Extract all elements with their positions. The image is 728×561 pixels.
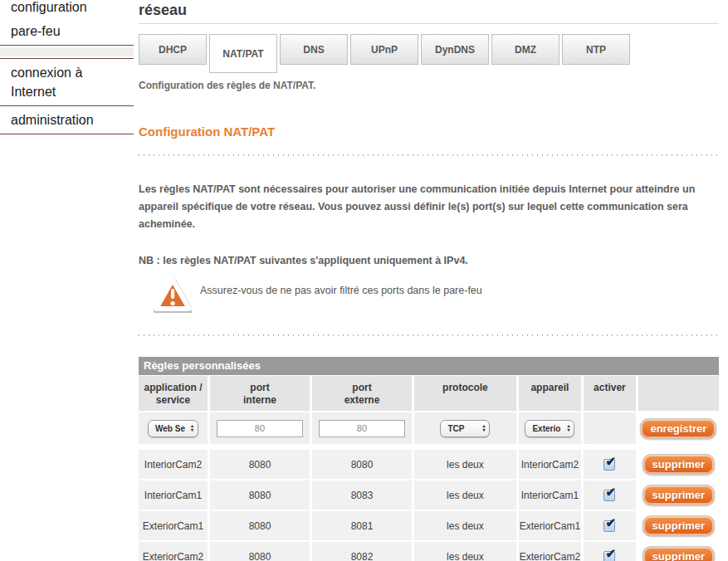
dotted-divider (139, 334, 719, 336)
delete-button[interactable]: supprimer (642, 546, 716, 561)
activer-form-cell (584, 412, 638, 444)
sidebar-item-connexion-internet[interactable]: connexion à Internet (0, 61, 134, 104)
delete-button[interactable]: supprimer (642, 485, 716, 505)
rule-appareil: ExteriorCam2 (519, 542, 584, 561)
column-header-appareil: appareil (519, 376, 584, 411)
dotted-divider (139, 154, 719, 156)
rule-protocole: les deux (414, 511, 519, 540)
tab-dyndns[interactable]: DynDNS (421, 34, 489, 65)
table-title: Règles personnalisées (139, 357, 719, 375)
rule-port-interne: 8080 (210, 481, 312, 510)
activer-checkbox[interactable]: ✔ (603, 490, 615, 501)
tab-bar: DHCP NAT/PAT DNS UPnP DynDNS DMZ NTP (139, 34, 719, 73)
column-header-protocole: protocole (414, 376, 519, 411)
rule-appareil: ExteriorCam1 (519, 511, 584, 540)
rule-application: InteriorCam1 (139, 481, 210, 510)
application-service-select-value: Web Se (155, 424, 185, 433)
rule-port-externe: 8081 (312, 511, 414, 540)
tab-ntp[interactable]: NTP (562, 34, 630, 65)
select-stepper-icon: ▴▾ (191, 424, 193, 432)
column-header-activer: activer (584, 376, 638, 411)
sidebar-item-pare-feu[interactable]: pare-feu (0, 19, 134, 43)
activer-checkbox[interactable]: ✔ (603, 520, 615, 532)
delete-button[interactable]: supprimer (642, 454, 716, 475)
page-header: réseau (139, 0, 719, 24)
tab-upnp[interactable]: UPnP (350, 34, 418, 65)
rule-application: ExteriorCam1 (139, 511, 210, 540)
main-content: réseau DHCP NAT/PAT DNS UPnP DynDNS DMZ … (139, 0, 719, 561)
protocole-select[interactable]: TCP ▴▾ (440, 420, 490, 437)
warning-row: Assurez-vous de ne pas avoir filtré ces … (154, 276, 719, 313)
sidebar-divider (0, 58, 134, 59)
column-header-port-interne: port interne (210, 376, 312, 411)
rule-port-interne: 8080 (210, 511, 312, 540)
sidebar-divider (0, 45, 134, 46)
rule-port-interne: 8080 (210, 450, 312, 479)
tab-nat-pat[interactable]: NAT/PAT (209, 34, 277, 73)
ipv4-note: NB : les règles NAT/PAT suivantes s'appl… (139, 255, 719, 266)
select-stepper-icon: ▴▾ (567, 424, 569, 432)
table-row: InteriorCam2 8080 8080 les deux Interior… (139, 450, 719, 479)
tab-dhcp[interactable]: DHCP (139, 34, 207, 65)
protocole-select-value: TCP (447, 424, 464, 433)
rule-application: ExteriorCam2 (139, 542, 210, 561)
checkbox-check-icon: ✔ (605, 515, 616, 530)
activer-checkbox[interactable]: ✔ (603, 459, 615, 471)
rule-protocole: les deux (414, 450, 519, 479)
warning-icon (154, 276, 192, 313)
rule-appareil: InteriorCam2 (519, 450, 584, 479)
column-header-actions (638, 376, 719, 411)
column-header-application-service: application / service (139, 376, 210, 411)
checkbox-check-icon: ✔ (605, 454, 616, 469)
new-rule-form-row: Web Se ▴▾ TCP ▴▾ (139, 412, 719, 444)
rule-application: InteriorCam2 (139, 450, 210, 479)
table-row: InteriorCam1 8080 8083 les deux Interior… (139, 481, 719, 510)
tab-dns[interactable]: DNS (280, 34, 348, 65)
appareil-select-value: Exterio (532, 424, 560, 433)
section-heading: Configuration NAT/PAT (139, 124, 719, 139)
port-externe-input[interactable] (319, 420, 405, 437)
sidebar-item-configuration[interactable]: configuration (0, 0, 134, 19)
table-header-row: application / service port interne port … (139, 376, 719, 411)
checkbox-check-icon: ✔ (605, 485, 616, 500)
sidebar-item-administration[interactable]: administration (0, 108, 134, 132)
tab-dmz[interactable]: DMZ (491, 34, 559, 65)
appareil-select[interactable]: Exterio ▴▾ (525, 420, 574, 437)
rule-port-interne: 8080 (210, 542, 312, 561)
table-row: ExteriorCam1 8080 8081 les deux Exterior… (139, 511, 719, 540)
application-service-select[interactable]: Web Se ▴▾ (148, 420, 198, 437)
save-button[interactable]: enregistrer (640, 418, 716, 439)
rule-protocole: les deux (414, 542, 519, 561)
sidebar: configuration pare-feu connexion à Inter… (0, 0, 134, 136)
warning-text: Assurez-vous de ne pas avoir filtré ces … (200, 285, 482, 296)
activer-checkbox[interactable]: ✔ (603, 551, 615, 561)
tab-description: Configuration des règles de NAT/PAT. (139, 80, 719, 91)
rule-port-externe: 8080 (312, 450, 414, 479)
nat-pat-description: Les règles NAT/PAT sont nécessaires pour… (139, 181, 719, 233)
delete-button[interactable]: supprimer (642, 515, 716, 536)
nat-pat-rules-table: Règles personnalisées application / serv… (139, 357, 719, 561)
rule-port-externe: 8083 (312, 481, 414, 510)
rule-protocole: les deux (414, 481, 519, 510)
table-row: ExteriorCam2 8080 8082 les deux Exterior… (139, 542, 719, 561)
sidebar-spacer-band (0, 47, 134, 56)
rule-port-externe: 8082 (312, 542, 414, 561)
checkbox-check-icon: ✔ (605, 546, 616, 561)
page-title: réseau (139, 2, 719, 19)
sidebar-divider (0, 134, 134, 134)
sidebar-divider (0, 105, 134, 106)
rule-appareil: InteriorCam1 (519, 481, 584, 510)
column-header-port-externe: port externe (312, 376, 414, 411)
port-interne-input[interactable] (217, 420, 303, 437)
select-stepper-icon: ▴▾ (482, 424, 485, 432)
